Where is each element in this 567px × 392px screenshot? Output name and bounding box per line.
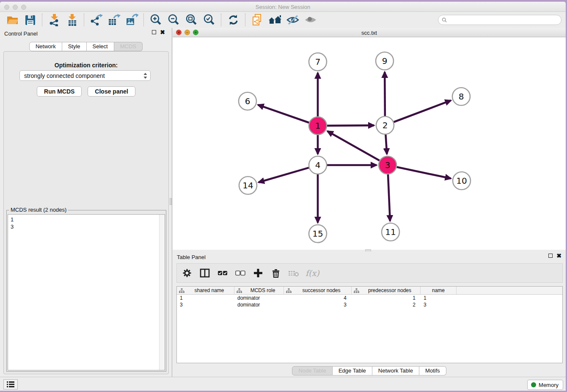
task-history-button[interactable] [3,379,18,389]
dropdown-stepper-icon [143,72,148,80]
deselect-all-icon[interactable] [234,267,246,279]
toolbar-separator [221,14,221,26]
home-icon[interactable] [268,13,282,27]
graph-node-label: 3 [385,160,391,170]
edge-2-9[interactable] [385,72,385,116]
mcds-result-list[interactable]: 1 3 [8,215,159,370]
memory-button[interactable]: Memory [527,380,563,390]
toolbar-separator [84,14,84,26]
graph-node-label: 9 [382,56,388,66]
delete-table-icon[interactable] [288,267,300,279]
column-header-successor-nodes[interactable]: successor nodes [284,287,352,294]
edge-3-11[interactable] [388,174,390,221]
column-header-MCDS-role[interactable]: MCDS role [234,287,284,294]
open-folder-icon[interactable] [5,13,19,27]
cell-predecessor-nodes[interactable]: 1 [352,295,421,301]
edge-1-2[interactable] [327,125,374,126]
export-image-icon[interactable] [124,13,139,27]
add-icon[interactable] [252,267,264,279]
network-canvas[interactable]: 1234678910111415 [173,37,566,250]
edge-1-6[interactable] [258,105,309,123]
cell-MCDS-role[interactable]: dominator [234,295,284,301]
table-panel-title: Table Panel [177,254,206,260]
cell-shared-name[interactable]: 1 [177,295,234,301]
edge-3-10[interactable] [397,167,451,179]
network-file-icon[interactable] [250,13,264,27]
edge-2-3[interactable] [385,135,387,154]
tab-network[interactable]: Network [29,42,62,51]
cell-successor-nodes[interactable]: 3 [284,301,352,308]
tab-motifs[interactable]: Motifs [419,366,446,375]
optimization-dropdown[interactable]: strongly connected component [19,70,151,81]
float-panel-icon[interactable] [152,30,156,34]
save-icon[interactable] [23,13,37,27]
cell-name[interactable]: 3 [421,301,457,308]
search-input[interactable] [449,16,561,24]
export-network-icon[interactable] [89,13,103,27]
tab-style[interactable]: Style [62,42,87,51]
cell-shared-name[interactable]: 3 [177,301,234,308]
optimization-label: Optimization criterion: [4,62,168,69]
cell-name[interactable]: 1 [421,295,457,301]
close-panel-icon[interactable]: ✖ [160,30,165,34]
hide-eye-icon[interactable] [286,13,300,27]
tab-mcds[interactable]: MCDS [114,42,143,51]
column-header-name[interactable]: name [421,287,457,294]
cell-MCDS-role[interactable]: dominator [234,301,284,308]
mcds-panel: Optimization criterion: strongly connect… [3,51,169,374]
tab-node-table[interactable]: Node Table [292,366,333,375]
application-window: Session: New Session [0,2,566,391]
cell-successor-nodes[interactable]: 4 [284,295,352,301]
network-title: scc.txt [173,30,566,36]
memory-status-icon [531,382,536,387]
zoom-fit-icon[interactable] [184,13,198,27]
edge-4-14[interactable] [259,168,309,182]
graph-node-label: 11 [385,227,396,237]
import-network-icon[interactable] [47,13,61,27]
show-eye-icon[interactable] [303,13,318,27]
graph-node-label: 6 [245,96,250,106]
column-type-icon [354,288,359,293]
network-graph[interactable]: 1234678910111415 [173,37,566,250]
gear-icon[interactable] [181,267,193,279]
close-panel-button[interactable]: Close panel [88,86,135,97]
column-header-predecessor-nodes[interactable]: predecessor nodes [352,287,421,294]
trash-icon[interactable] [270,267,282,279]
table-panel: Table Panel ✖ [173,251,566,377]
result-scrollbar[interactable] [159,215,165,370]
tab-select[interactable]: Select [87,42,114,51]
export-table-icon[interactable] [107,13,121,27]
tab-network-table[interactable]: Network Table [372,366,419,375]
select-all-icon[interactable] [217,267,228,279]
run-mcds-button[interactable]: Run MCDS [37,86,82,97]
table-row[interactable]: 3dominator323 [177,301,562,308]
float-table-panel-icon[interactable] [548,254,553,258]
import-table-icon[interactable] [65,13,79,27]
columns-icon[interactable] [199,267,211,279]
table-header-row: shared nameMCDS rolesuccessor nodesprede… [177,287,562,295]
graph-node-label: 8 [459,91,464,102]
toolbar-separator [245,14,245,26]
title-bar: Session: New Session [0,2,566,12]
graph-node-label: 14 [242,180,253,190]
list-icon [6,381,15,388]
vertical-splitter-handle[interactable] [170,198,172,205]
cell-predecessor-nodes[interactable]: 2 [352,301,421,308]
close-table-panel-icon[interactable]: ✖ [556,254,561,258]
refresh-icon[interactable] [226,13,240,27]
network-window-titlebar: ✕ − + scc.txt [173,28,566,37]
edge-2-8[interactable] [394,100,451,122]
column-header-shared-name[interactable]: shared name [177,287,234,294]
optimization-value: strongly connected component [24,72,143,79]
function-icon[interactable]: f(x) [306,268,319,278]
search-box[interactable] [438,15,561,25]
table-row[interactable]: 1dominator411 [177,295,562,301]
status-bar: Memory [0,377,566,391]
graph-node-label: 1 [315,121,321,131]
tab-edge-table[interactable]: Edge Table [333,366,372,375]
zoom-selected-icon[interactable] [202,13,216,27]
zoom-out-icon[interactable] [166,13,181,27]
window-title: Session: New Session [0,4,566,10]
edge-3-1[interactable] [328,131,380,160]
zoom-in-icon[interactable] [149,13,163,27]
